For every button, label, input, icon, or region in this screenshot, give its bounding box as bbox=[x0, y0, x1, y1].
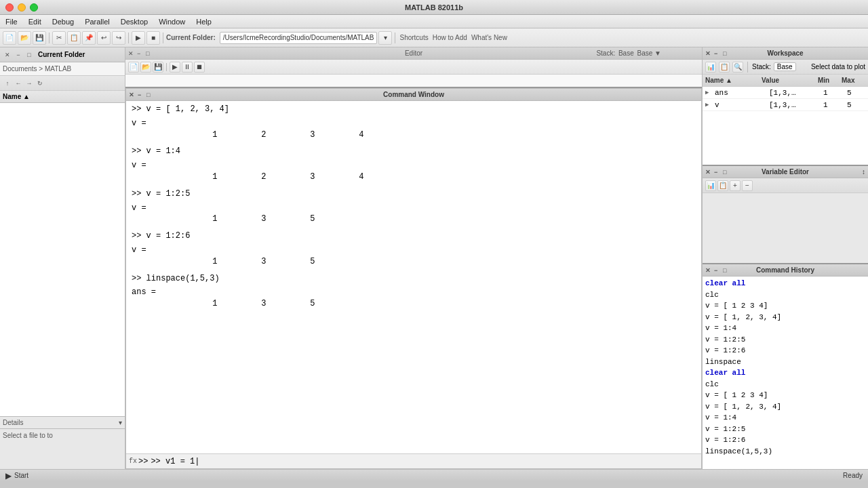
editor-toolbar-btn-6[interactable]: ⏹ bbox=[194, 62, 205, 73]
history-item-8[interactable]: clear all bbox=[705, 367, 865, 379]
ws-stack-value[interactable]: Base bbox=[774, 62, 796, 71]
center-area: ✕ − □ Editor Stack: Base Base ▼ 📄 📂 💾 bbox=[125, 47, 702, 469]
ws-expand-ans[interactable]: ▶ bbox=[703, 89, 712, 96]
run-button[interactable]: ▶ bbox=[132, 31, 145, 45]
save-button[interactable]: 💾 bbox=[33, 31, 46, 45]
start-button[interactable]: ▶ Start bbox=[5, 471, 28, 481]
history-item-14[interactable]: v = 1:2:6 bbox=[705, 434, 865, 446]
history-item-3[interactable]: v = [ 1, 2, 3, 4] bbox=[705, 312, 865, 323]
separator-1 bbox=[49, 33, 50, 43]
editor-toolbar-btn-5[interactable]: ⏸ bbox=[182, 62, 193, 73]
ve-toolbar-btn-4[interactable]: − bbox=[742, 180, 753, 191]
open-file-button[interactable]: 📂 bbox=[18, 31, 31, 45]
ws-col-min[interactable]: Min bbox=[818, 77, 842, 84]
undo-button[interactable]: ↩ bbox=[97, 31, 111, 45]
cmd-values-4: 1 3 5 bbox=[132, 256, 696, 268]
history-item-11[interactable]: v = [ 1, 2, 3, 4] bbox=[705, 401, 865, 413]
hist-max-btn[interactable]: □ bbox=[723, 267, 730, 274]
command-input-bar[interactable]: fx >> >> v1 = 1 | bbox=[126, 453, 701, 468]
ws-min-ans: 1 bbox=[821, 89, 844, 97]
menu-desktop[interactable]: Desktop bbox=[121, 18, 148, 26]
editor-toolbar-btn-4[interactable]: ▶ bbox=[170, 62, 180, 73]
ws-select-data-btn[interactable]: Select data to plot bbox=[811, 63, 865, 70]
history-item-2[interactable]: v = [ 1 2 3 4] bbox=[705, 300, 865, 312]
paste-button[interactable]: 📌 bbox=[82, 31, 96, 45]
cut-button[interactable]: ✂ bbox=[52, 31, 66, 45]
ve-min-btn[interactable]: − bbox=[714, 169, 721, 176]
ve-toolbar-btn-2[interactable]: 📋 bbox=[717, 180, 728, 191]
command-window-content[interactable]: >> v = [ 1, 2, 3, 4] v = 1 2 3 4 >> v = … bbox=[126, 101, 701, 453]
cmd-min-btn[interactable]: − bbox=[138, 92, 144, 98]
workspace-row-v[interactable]: ▶ v [1,3,… 1 5 bbox=[703, 99, 868, 111]
sidebar-maximize-button[interactable]: □ bbox=[24, 50, 34, 60]
minimize-button[interactable] bbox=[18, 3, 26, 12]
maximize-button[interactable] bbox=[30, 3, 38, 12]
menu-file[interactable]: File bbox=[5, 18, 18, 26]
history-item-1[interactable]: clc bbox=[705, 289, 865, 301]
close-button[interactable] bbox=[5, 3, 14, 12]
ws-min-btn[interactable]: − bbox=[714, 50, 721, 57]
ve-close-btn[interactable]: ✕ bbox=[705, 169, 712, 176]
folder-back-button[interactable]: ← bbox=[14, 79, 23, 88]
ve-toolbar-btn-3[interactable]: + bbox=[730, 180, 741, 191]
editor-close-btn[interactable]: ✕ bbox=[128, 50, 135, 57]
history-item-12[interactable]: v = 1:4 bbox=[705, 412, 865, 424]
stop-button[interactable]: ■ bbox=[146, 31, 160, 45]
ws-max-btn[interactable]: □ bbox=[723, 50, 730, 57]
browse-folder-button[interactable]: ▾ bbox=[378, 31, 392, 45]
editor-min-btn[interactable]: − bbox=[137, 50, 144, 57]
ws-toolbar-btn-3[interactable]: 🔍 bbox=[732, 62, 743, 73]
hist-close-btn[interactable]: ✕ bbox=[705, 267, 712, 274]
workspace-row-ans[interactable]: ▶ ans [1,3,… 1 5 bbox=[703, 87, 868, 99]
command-history-title: Command History bbox=[756, 266, 814, 274]
copy-button[interactable]: 📋 bbox=[67, 31, 81, 45]
ws-col-name[interactable]: Name ▲ bbox=[705, 77, 762, 84]
ws-expand-v[interactable]: ▶ bbox=[703, 101, 712, 108]
history-item-10[interactable]: v = [ 1 2 3 4] bbox=[705, 390, 865, 401]
menu-edit[interactable]: Edit bbox=[28, 18, 41, 26]
details-label: Details bbox=[3, 419, 24, 426]
ve-resize-btn[interactable]: ↕ bbox=[862, 168, 865, 176]
editor-max-btn[interactable]: □ bbox=[146, 50, 153, 57]
folder-forward-button[interactable]: → bbox=[24, 79, 34, 88]
cmd-max-btn[interactable]: □ bbox=[146, 92, 153, 98]
editor-toolbar-btn-3[interactable]: 💾 bbox=[153, 62, 163, 73]
cmd-close-btn[interactable]: ✕ bbox=[129, 92, 136, 98]
history-item-4[interactable]: v = 1:4 bbox=[705, 323, 865, 334]
editor-toolbar-btn-1[interactable]: 📄 bbox=[128, 62, 139, 73]
details-expand[interactable]: ▾ bbox=[119, 419, 122, 426]
editor-toolbar-btn-2[interactable]: 📂 bbox=[140, 62, 151, 73]
hist-min-btn[interactable]: − bbox=[714, 267, 721, 274]
folder-refresh-button[interactable]: ↻ bbox=[35, 79, 45, 88]
sidebar-close-button[interactable]: ✕ bbox=[3, 50, 12, 60]
history-item-7[interactable]: linspace bbox=[705, 357, 865, 368]
history-item-9[interactable]: clc bbox=[705, 379, 865, 390]
new-file-button[interactable]: 📄 bbox=[3, 31, 16, 45]
history-item-15[interactable]: linspace(1,5,3) bbox=[705, 446, 865, 458]
history-item-0[interactable]: clear all bbox=[705, 278, 865, 289]
sidebar-file-list bbox=[0, 103, 125, 416]
sidebar-minimize-button[interactable]: − bbox=[14, 50, 23, 60]
history-item-6[interactable]: v = 1:2:6 bbox=[705, 345, 865, 357]
history-item-5[interactable]: v = 1:2:5 bbox=[705, 334, 865, 346]
folder-up-button[interactable]: ↑ bbox=[3, 79, 12, 88]
ws-close-btn[interactable]: ✕ bbox=[705, 50, 712, 57]
ve-toolbar-btn-1[interactable]: 📊 bbox=[705, 180, 716, 191]
ws-col-value[interactable]: Value bbox=[762, 77, 818, 84]
ws-col-max[interactable]: Max bbox=[842, 77, 865, 84]
ve-max-btn[interactable]: □ bbox=[723, 169, 730, 176]
menu-window[interactable]: Window bbox=[159, 18, 185, 26]
menu-parallel[interactable]: Parallel bbox=[85, 18, 110, 26]
history-item-13[interactable]: v = 1:2:5 bbox=[705, 424, 865, 435]
history-content: clear all clc v = [ 1 2 3 4] v = [ 1, 2,… bbox=[703, 277, 868, 469]
menu-debug[interactable]: Debug bbox=[52, 18, 74, 26]
ws-toolbar-btn-2[interactable]: 📋 bbox=[719, 62, 730, 73]
whats-new-label[interactable]: What's New bbox=[471, 34, 507, 41]
ws-panel-controls: ✕ − □ bbox=[705, 50, 730, 57]
redo-button[interactable]: ↪ bbox=[112, 31, 125, 45]
history-titlebar: ✕ − □ Command History bbox=[703, 264, 868, 277]
current-folder-path[interactable]: /Users/IcmeRecordingStudio/Documents/MAT… bbox=[220, 32, 378, 44]
menu-help[interactable]: Help bbox=[196, 18, 212, 26]
how-to-add-label[interactable]: How to Add bbox=[433, 34, 467, 41]
ws-toolbar-btn-1[interactable]: 📊 bbox=[705, 62, 716, 73]
